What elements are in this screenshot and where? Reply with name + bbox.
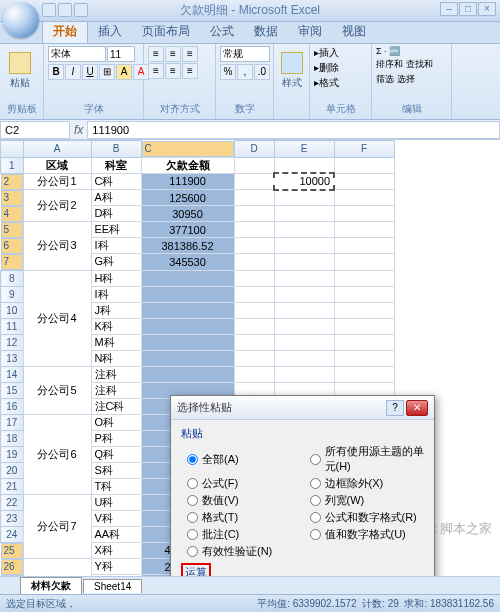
font-name-select[interactable]: 宋体 (48, 46, 106, 62)
tab-公式[interactable]: 公式 (200, 20, 244, 43)
tab-页面布局[interactable]: 页面布局 (132, 20, 200, 43)
radio-有效性验证(N)[interactable]: 有效性验证(N) (187, 544, 302, 559)
cell-amount[interactable]: 30950 (141, 206, 234, 222)
underline-button[interactable]: U (82, 64, 98, 80)
marquee-cell[interactable]: 10000 (274, 173, 334, 190)
delete-button[interactable]: ▸删除 (314, 61, 339, 75)
cell-dept[interactable]: J科 (91, 302, 141, 318)
row-header-5[interactable]: 5 (1, 222, 23, 238)
paste-button[interactable]: 粘贴 (4, 46, 36, 96)
cell-dept[interactable]: 注C科 (91, 398, 141, 414)
quick-access-toolbar[interactable] (42, 3, 88, 17)
row-header-13[interactable]: 13 (1, 350, 24, 366)
italic-button[interactable]: I (65, 64, 81, 80)
cell-dept[interactable]: U科 (91, 494, 141, 510)
cell-dept[interactable]: 注科 (91, 366, 141, 382)
radio-列宽(W)[interactable]: 列宽(W) (310, 493, 425, 508)
tab-数据[interactable]: 数据 (244, 20, 288, 43)
cell-dept[interactable]: AA科 (91, 526, 141, 542)
cell-amount[interactable]: 377100 (141, 222, 234, 238)
cell-dept[interactable]: X科 (91, 542, 141, 559)
cell-amount[interactable]: 111900 (141, 173, 234, 190)
cell-dept[interactable]: V科 (91, 510, 141, 526)
row-header-17[interactable]: 17 (1, 414, 24, 430)
styles-button[interactable]: 样式 (278, 46, 305, 96)
cell-region[interactable]: 分公司5 (23, 366, 91, 414)
row-header-4[interactable]: 4 (1, 206, 23, 222)
font-size-select[interactable]: 11 (107, 46, 135, 62)
cell-dept[interactable]: G科 (91, 254, 141, 271)
cell-dept[interactable]: D科 (91, 206, 141, 222)
cell-region[interactable]: 分公司3 (23, 222, 91, 271)
close-button[interactable]: × (478, 2, 496, 16)
sheet-tab-Sheet14[interactable]: Sheet14 (83, 579, 142, 593)
radio-值和数字格式(U)[interactable]: 值和数字格式(U) (310, 527, 425, 542)
name-box[interactable]: C2 (0, 121, 70, 139)
fx-icon[interactable]: fx (70, 123, 87, 137)
align-left-button[interactable]: ≡ (148, 63, 164, 79)
col-header-F[interactable]: F (334, 141, 394, 158)
minimize-button[interactable]: – (440, 2, 458, 16)
row-header-7[interactable]: 7 (1, 254, 23, 270)
cell-amount[interactable]: 345530 (141, 254, 234, 271)
row-header-23[interactable]: 23 (1, 510, 24, 526)
border-button[interactable]: ⊞ (99, 64, 115, 80)
cell-dept[interactable]: EE科 (91, 222, 141, 238)
cell-amount[interactable] (141, 302, 234, 318)
office-button[interactable] (3, 2, 39, 38)
cell-region[interactable]: 分公司4 (23, 270, 91, 366)
cell-dept[interactable]: C科 (91, 173, 141, 190)
cell-dept[interactable]: O科 (91, 414, 141, 430)
cell-amount[interactable] (141, 350, 234, 366)
radio-全部(A)[interactable]: 全部(A) (187, 444, 302, 474)
row-header-1[interactable]: 1 (1, 157, 24, 173)
radio-公式和数字格式(R)[interactable]: 公式和数字格式(R) (310, 510, 425, 525)
radio-所有使用源主题的单元(H)[interactable]: 所有使用源主题的单元(H) (310, 444, 425, 474)
format-button[interactable]: ▸格式 (314, 76, 339, 90)
row-header-25[interactable]: 25 (1, 543, 23, 559)
cell-amount[interactable] (141, 366, 234, 382)
cell-amount[interactable] (141, 286, 234, 302)
row-header-15[interactable]: 15 (1, 382, 24, 398)
cell-dept[interactable]: M科 (91, 334, 141, 350)
cell-dept[interactable]: I科 (91, 238, 141, 254)
col-header-[interactable] (1, 141, 24, 158)
select-button[interactable]: 选择 (397, 74, 415, 84)
cell-region[interactable]: 分公司2 (23, 190, 91, 222)
row-header-16[interactable]: 16 (1, 398, 24, 414)
filter-button[interactable]: 筛选 (376, 74, 394, 84)
cell-dept[interactable]: 注科 (91, 382, 141, 398)
cell-dept[interactable]: Y科 (91, 559, 141, 575)
row-header-22[interactable]: 22 (1, 494, 24, 510)
col-header-B[interactable]: B (91, 141, 141, 158)
cell-dept[interactable]: H科 (91, 270, 141, 286)
col-header-D[interactable]: D (234, 141, 274, 158)
row-header-9[interactable]: 9 (1, 286, 24, 302)
row-header-21[interactable]: 21 (1, 478, 24, 494)
row-header-8[interactable]: 8 (1, 270, 24, 286)
dialog-close-button[interactable]: ✕ (406, 400, 428, 416)
tab-插入[interactable]: 插入 (88, 20, 132, 43)
col-header-E[interactable]: E (274, 141, 334, 158)
row-header-6[interactable]: 6 (1, 238, 23, 254)
row-header-26[interactable]: 26 (1, 559, 23, 575)
cell-amount[interactable] (141, 318, 234, 334)
cell-dept[interactable]: K科 (91, 318, 141, 334)
cell-dept[interactable]: T科 (91, 478, 141, 494)
row-header-11[interactable]: 11 (1, 318, 24, 334)
row-header-18[interactable]: 18 (1, 430, 24, 446)
col-header-C[interactable]: C (142, 141, 234, 157)
col-header-A[interactable]: A (23, 141, 91, 158)
formula-input[interactable]: 111900 (87, 121, 500, 139)
radio-数值(V)[interactable]: 数值(V) (187, 493, 302, 508)
cell-region[interactable]: 分公司1 (23, 173, 91, 190)
cell-amount[interactable]: 381386.52 (141, 238, 234, 254)
row-header-24[interactable]: 24 (1, 526, 24, 542)
cell-region[interactable]: 分公司6 (23, 414, 91, 494)
cell-dept[interactable]: S科 (91, 462, 141, 478)
row-header-10[interactable]: 10 (1, 302, 24, 318)
cell-dept[interactable]: A科 (91, 190, 141, 206)
radio-批注(C)[interactable]: 批注(C) (187, 527, 302, 542)
cell-amount[interactable]: 125600 (141, 190, 234, 206)
cell-dept[interactable]: Q科 (91, 446, 141, 462)
